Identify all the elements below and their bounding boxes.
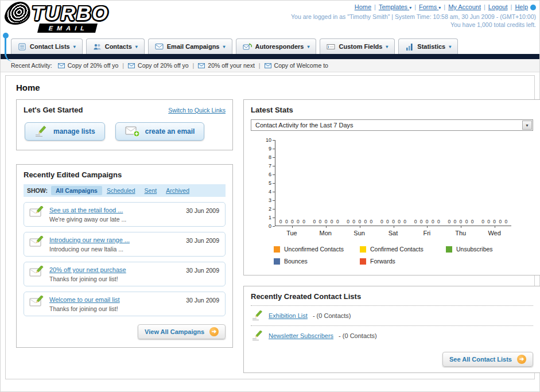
chart-plot-area: 0 0 0 0 00 0 0 0 00 0 0 0 00 0 0 0 00 0 … (275, 140, 511, 226)
nav-separator: | (444, 3, 445, 10)
campaign-list-item[interactable]: Introducing our new range ... Introducin… (24, 232, 226, 257)
tab-custom-fields[interactable]: Custom Fields ▾ (320, 38, 395, 54)
campaign-title-link[interactable]: Introducing our new range ... (49, 236, 130, 243)
right-column: Latest Stats Contact Activity for the La… (243, 99, 540, 373)
header-right: Home|Templates ▾|Forms ▾|My Account|Logo… (291, 3, 536, 28)
activity-separator: | (122, 62, 124, 69)
legend-swatch (446, 246, 452, 253)
filter-sent[interactable]: Sent (140, 186, 162, 195)
statistics-icon (405, 43, 414, 51)
switch-quick-links-link[interactable]: Switch to Quick Links (168, 107, 226, 114)
recent-activity-item[interactable]: 20% off your next (198, 62, 255, 69)
logo-main: TURBO (5, 2, 108, 25)
tab-email-campaigns[interactable]: Email Campaigns ▾ (148, 38, 232, 54)
tab-statistics[interactable]: Statistics ▾ (398, 38, 458, 54)
nav-templates-link[interactable]: Templates ▾ (379, 3, 411, 10)
campaign-filter-bar: SHOW: All Campaigns Scheduled Sent Archi… (24, 184, 226, 197)
y-axis-tick: 2 (269, 206, 275, 212)
decorative-blue-curve (5, 35, 13, 61)
view-all-campaigns-button[interactable]: View All Campaigns ➜ (138, 324, 226, 339)
legend-swatch (360, 258, 366, 265)
campaign-list-item[interactable]: Welcome to our email list Thanks for joi… (24, 292, 226, 316)
top-nav: Home|Templates ▾|Forms ▾|My Account|Logo… (291, 3, 536, 10)
chart-bar-group: 0 0 0 0 0 (376, 140, 410, 226)
chart-value-labels: 0 0 0 0 0 (376, 219, 410, 224)
contact-list-item[interactable]: Exhibition List - (0 Contacts) (251, 305, 533, 325)
campaign-title-link[interactable]: 20% off your next purchase (49, 266, 126, 273)
campaign-subtitle: We're giving away our late ... (49, 216, 126, 223)
legend-label: Forwards (370, 258, 395, 265)
campaigns-panel-title: Recently Edited Campaigns (24, 170, 122, 179)
chart-bar-group: 0 0 0 0 0 (477, 140, 511, 226)
campaign-date: 30 Jun 2009 (186, 297, 219, 304)
header: TURBO EMAIL Home|Templates ▾|Forms ▾|My … (1, 1, 539, 37)
arrow-right-icon: ➜ (209, 327, 219, 336)
chevron-down-icon: ▾ (135, 44, 138, 49)
recent-activity-item[interactable]: Copy of 20% off yo (128, 62, 189, 69)
campaign-list-item[interactable]: 20% off your next purchase Thanks for jo… (24, 262, 226, 286)
filter-all-campaigns[interactable]: All Campaigns (51, 186, 102, 195)
y-axis-tick: 4 (269, 189, 275, 195)
envelope-plus-icon (125, 126, 140, 137)
nav-separator: | (484, 3, 485, 10)
logo-title: TURBO (32, 2, 108, 25)
tab-label: Statistics (417, 43, 445, 50)
see-all-contact-lists-button[interactable]: See All Contact Lists ➜ (442, 352, 533, 367)
turbo-email-logo[interactable]: TURBO EMAIL (5, 2, 108, 33)
nav-templates-label: Templates (379, 3, 407, 10)
tab-autoresponders[interactable]: Autoresponders ▾ (236, 38, 317, 54)
chart-bar-group: 0 0 0 0 0 (275, 140, 309, 226)
campaign-envelope-pencil-icon (29, 206, 44, 219)
tab-label: Contact Lists (30, 43, 70, 50)
nav-forms-link[interactable]: Forms ▾ (419, 3, 441, 10)
campaign-date: 30 Jun 2009 (186, 267, 219, 274)
pencil-icon (34, 126, 48, 137)
recent-activity-item[interactable]: Copy of 20% off yo (58, 62, 119, 69)
nav-logout-link[interactable]: Logout (488, 3, 508, 10)
nav-my-account-link[interactable]: My Account (448, 3, 481, 10)
campaign-title-link[interactable]: Welcome to our email list (49, 296, 120, 303)
chart-value-labels: 0 0 0 0 0 (275, 219, 309, 224)
legend-swatch (274, 258, 280, 265)
y-axis-tick: 1 (269, 215, 275, 220)
recent-activity-text: Copy of 20% off yo (68, 62, 119, 69)
chart-bar-group: 0 0 0 0 0 (343, 140, 376, 226)
filter-archived[interactable]: Archived (161, 186, 194, 195)
contact-list-count: - (0 Contacts) (339, 332, 377, 339)
envelope-icon (128, 63, 135, 68)
y-axis-tick: 6 (269, 172, 275, 177)
main-nav-tabs: Contact Lists ▾ Contacts ▾ Email Campaig… (1, 37, 539, 54)
recent-activity-text: Copy of 20% off yo (138, 62, 189, 69)
chart-bar-group: 0 0 0 0 0 (444, 140, 478, 226)
legend-label: Confirmed Contacts (370, 246, 424, 253)
legend-item: Unconfirmed Contacts (274, 246, 360, 253)
nav-separator: | (511, 3, 512, 10)
filter-scheduled[interactable]: Scheduled (102, 186, 140, 195)
tab-contacts[interactable]: Contacts ▾ (86, 38, 145, 54)
contact-list-name-link[interactable]: Newsletter Subscribers (269, 332, 333, 339)
contact-list-item[interactable]: Newsletter Subscribers - (0 Contacts) (251, 325, 533, 346)
y-axis-tick: 8 (269, 154, 275, 160)
nav-help-link[interactable]: Help (515, 3, 528, 10)
campaign-subtitle: Thanks for joining our list! (49, 305, 120, 312)
create-email-label: create an email (145, 127, 195, 135)
contact-list-name-link[interactable]: Exhibition List (269, 312, 308, 319)
chart-legend: Unconfirmed ContactsConfirmed ContactsUn… (274, 246, 533, 270)
stats-period-select[interactable]: Contact Activity for the Last 7 Days ▼ (251, 119, 533, 131)
legend-item: Bounces (274, 258, 360, 265)
recent-activity-item[interactable]: Copy of Welcome to (265, 62, 328, 69)
legend-label: Unconfirmed Contacts (284, 246, 344, 253)
create-email-button[interactable]: create an email (115, 122, 205, 141)
legend-label: Bounces (284, 258, 308, 265)
chart-value-labels: 0 0 0 0 0 (444, 219, 478, 224)
campaign-date: 30 Jun 2009 (186, 207, 219, 214)
nav-home-link[interactable]: Home (355, 3, 371, 10)
contact-list-count: - (0 Contacts) (313, 312, 351, 319)
tab-contact-lists[interactable]: Contact Lists ▾ (11, 38, 83, 54)
tab-label: Email Campaigns (167, 43, 220, 50)
campaign-list-item[interactable]: See us at the retail food ... We're givi… (24, 202, 226, 227)
view-all-campaigns-label: View All Campaigns (145, 328, 204, 335)
manage-lists-button[interactable]: manage lists (25, 122, 105, 141)
campaign-title-link[interactable]: See us at the retail food ... (49, 207, 126, 214)
y-axis-tick: 9 (269, 146, 275, 152)
